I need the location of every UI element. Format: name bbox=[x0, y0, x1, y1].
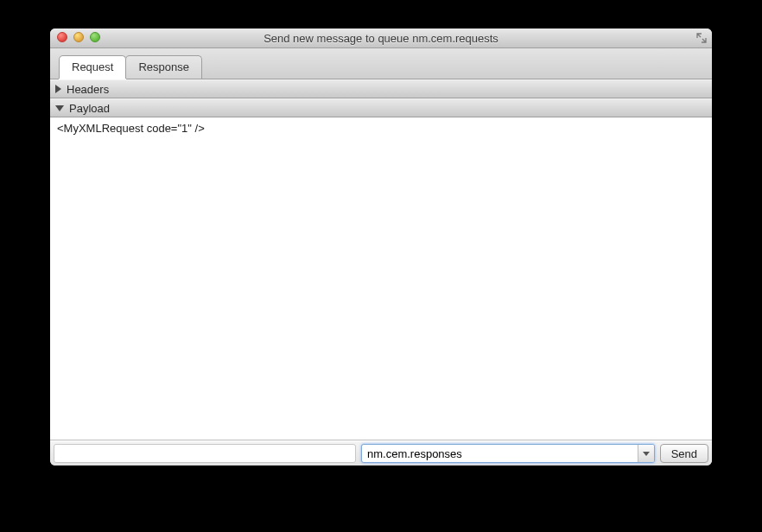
tab-response[interactable]: Response bbox=[125, 55, 202, 79]
payload-input[interactable] bbox=[50, 117, 712, 440]
tabbar: Request Response bbox=[50, 48, 712, 79]
zoom-icon[interactable] bbox=[90, 32, 100, 42]
response-queue-input[interactable] bbox=[362, 445, 638, 462]
chevron-right-icon bbox=[55, 85, 61, 93]
section-headers-label: Headers bbox=[67, 83, 109, 96]
minimize-icon[interactable] bbox=[73, 32, 84, 42]
bottom-bar: Send bbox=[50, 440, 712, 466]
chevron-down-icon bbox=[55, 105, 64, 111]
fullscreen-icon[interactable] bbox=[696, 33, 707, 43]
combo-dropdown-button[interactable] bbox=[638, 445, 654, 462]
chevron-down-icon bbox=[643, 452, 650, 456]
window-title: Send new message to queue nm.cem.request… bbox=[264, 32, 498, 45]
traffic-lights bbox=[57, 32, 100, 42]
status-field bbox=[54, 444, 356, 463]
payload-panel bbox=[50, 117, 712, 440]
send-button-label: Send bbox=[671, 447, 697, 460]
tab-request[interactable]: Request bbox=[59, 55, 126, 79]
response-queue-combo[interactable] bbox=[361, 444, 655, 463]
titlebar[interactable]: Send new message to queue nm.cem.request… bbox=[50, 28, 712, 48]
tab-request-label: Request bbox=[72, 60, 113, 73]
tab-response-label: Response bbox=[138, 60, 189, 73]
send-button[interactable]: Send bbox=[660, 444, 708, 463]
section-payload-label: Payload bbox=[69, 102, 110, 115]
section-payload[interactable]: Payload bbox=[50, 98, 712, 117]
app-window: Send new message to queue nm.cem.request… bbox=[50, 28, 712, 466]
section-headers[interactable]: Headers bbox=[50, 79, 712, 98]
close-icon[interactable] bbox=[57, 32, 67, 42]
